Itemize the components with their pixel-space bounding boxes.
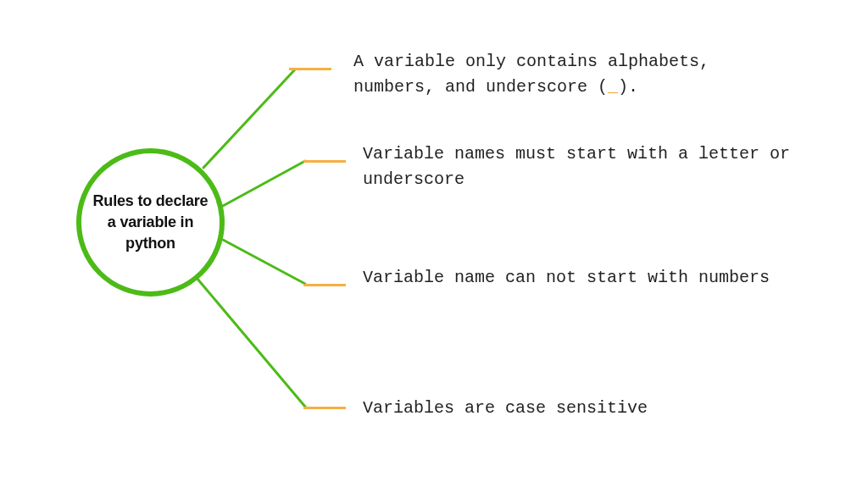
rule-3: Variable name can not start with numbers — [363, 265, 770, 291]
underscore-icon: _ — [608, 77, 618, 97]
tick-3 — [303, 284, 346, 286]
svg-line-0 — [203, 69, 295, 168]
center-circle: Rules to declare a variable in python — [76, 148, 225, 297]
tick-4 — [303, 407, 346, 409]
svg-line-3 — [197, 278, 305, 407]
rule-1: A variable only contains alphabets, numb… — [353, 49, 794, 100]
rule-4: Variables are case sensitive — [363, 396, 648, 421]
tick-2 — [303, 160, 346, 163]
rule-2: Variable names must start with a letter … — [363, 141, 804, 192]
tick-1 — [289, 68, 331, 70]
rule-1-text-post: ). — [618, 77, 638, 97]
svg-line-2 — [223, 240, 305, 284]
center-title: Rules to declare a variable in python — [92, 191, 209, 255]
diagram-canvas: Rules to declare a variable in python A … — [0, 0, 868, 488]
svg-line-1 — [223, 161, 305, 206]
rule-1-text-pre: A variable only contains alphabets, numb… — [353, 52, 709, 97]
